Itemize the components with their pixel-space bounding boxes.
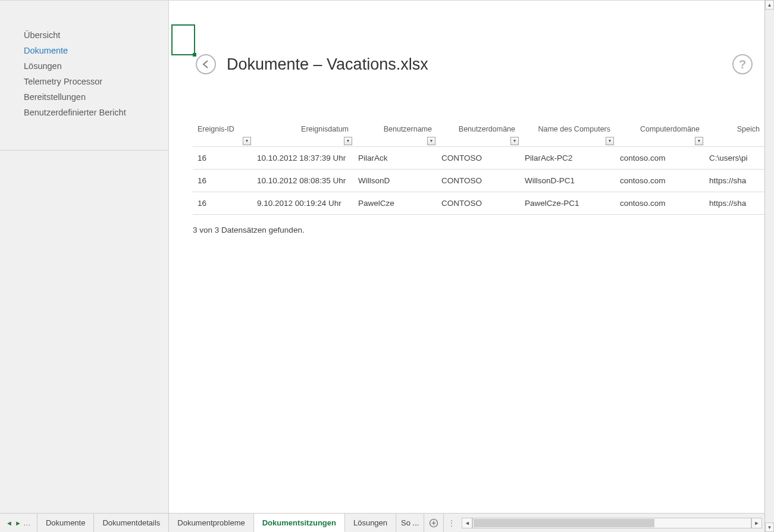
table-row[interactable]: 16 10.10.2012 08:08:35 Uhr WillsonD CONT… <box>193 170 764 192</box>
cell-event-id: 16 <box>193 147 252 170</box>
sidebar-empty-area <box>0 151 169 513</box>
scroll-up-button[interactable]: ▲ <box>765 0 774 10</box>
data-table-area: Ereignis-ID ▾ Ereignisdatum ▾ Benutzerna… <box>193 123 764 234</box>
col-label: Benutzername <box>384 125 432 133</box>
filter-button[interactable]: ▾ <box>510 137 519 145</box>
table-row[interactable]: 16 10.10.2012 18:37:39 Uhr PilarAck CONT… <box>193 147 764 170</box>
col-ereignisdatum: Ereignisdatum ▾ <box>252 123 353 147</box>
scroll-left-button[interactable]: ◄ <box>462 518 472 528</box>
tab-nav-overflow[interactable]: ... <box>24 520 31 527</box>
sheet-bar-grip[interactable]: ⋮ <box>444 514 459 532</box>
cell-user: WillsonD <box>353 170 437 192</box>
vertical-scrollbar[interactable]: ▲ ▼ <box>764 0 774 532</box>
cell-date: 9.10.2012 00:19:24 Uhr <box>252 192 353 215</box>
col-ereignis-id: Ereignis-ID ▾ <box>193 123 252 147</box>
col-label: Benutzerdomäne <box>459 125 515 133</box>
sheet-tab-dokumentprobleme[interactable]: Dokumentprobleme <box>169 514 253 532</box>
cell-domain: CONTOSO <box>437 192 520 215</box>
cell-computer: WillsonD-PC1 <box>520 170 615 192</box>
cell-computer: PilarAck-PC2 <box>520 147 615 170</box>
sidebar-item-bericht[interactable]: Benutzerdefinierter Bericht <box>24 105 168 120</box>
data-table: Ereignis-ID ▾ Ereignisdatum ▾ Benutzerna… <box>193 123 764 215</box>
cell-user: PawelCze <box>353 192 437 215</box>
col-label: Name des Computers <box>538 125 610 133</box>
filter-button[interactable]: ▾ <box>427 137 435 145</box>
cell-comp-domain: contoso.com <box>615 192 704 215</box>
record-summary: 3 von 3 Datensätzen gefunden. <box>193 226 764 234</box>
sidebar-item-bereitstellungen[interactable]: Bereitstellungen <box>24 89 168 105</box>
sheet-tab-overflow[interactable]: So ... <box>396 514 424 532</box>
cell-comp-domain: contoso.com <box>615 147 704 170</box>
add-sheet-button[interactable] <box>424 514 444 532</box>
sheet-tab-label: So <box>401 518 410 527</box>
page-title: Dokumente – Vacations.xlsx <box>227 55 428 74</box>
cell-domain: CONTOSO <box>437 147 520 170</box>
col-name-computers: Name des Computers ▾ <box>520 123 615 147</box>
cell-comp-domain: contoso.com <box>615 170 704 192</box>
cell-path: C:\users\pi <box>704 147 764 170</box>
plus-circle-icon <box>429 518 438 528</box>
back-button[interactable] <box>196 54 216 74</box>
scroll-track[interactable] <box>472 518 751 528</box>
col-speicher: Speich <box>704 123 764 147</box>
cell-computer: PawelCze-PC1 <box>520 192 615 215</box>
sheet-tab-dokumentsitzungen[interactable]: Dokumentsitzungen <box>254 514 345 532</box>
tab-nav-prev-icon[interactable]: ◄ <box>6 520 12 527</box>
cell-date: 10.10.2012 08:08:35 Uhr <box>252 170 353 192</box>
sidebar-item-telemetry[interactable]: Telemetry Processor <box>24 74 168 89</box>
sheet-tab-loesungen[interactable]: Lösungen <box>345 514 396 532</box>
cell-event-id: 16 <box>193 170 252 192</box>
scroll-right-button[interactable]: ► <box>751 518 762 528</box>
scroll-track[interactable] <box>765 10 774 522</box>
col-label: Ereignis-ID <box>198 125 234 133</box>
filter-button[interactable]: ▾ <box>606 137 614 145</box>
arrow-left-icon <box>200 59 211 70</box>
sidebar-item-uebersicht[interactable]: Übersicht <box>24 27 168 43</box>
filter-button[interactable]: ▾ <box>243 137 251 145</box>
col-benutzerdomaene: Benutzerdomäne ▾ <box>437 123 520 147</box>
scroll-thumb[interactable] <box>474 519 654 527</box>
cell-event-id: 16 <box>193 192 252 215</box>
content-area: Dokumente – Vacations.xlsx ? Ereignis-ID… <box>169 1 764 513</box>
col-label: Computerdomäne <box>640 125 700 133</box>
question-icon: ? <box>739 58 746 71</box>
sheet-tab-dokumente[interactable]: Dokumente <box>37 514 94 532</box>
sheet-tab-nav: ◄ ► ... <box>0 514 37 532</box>
tab-nav-next-icon[interactable]: ► <box>15 520 21 527</box>
col-benutzername: Benutzername ▾ <box>353 123 437 147</box>
cell-selection-indicator[interactable] <box>171 24 195 55</box>
sheet-tabs: Dokumente Dokumentdetails Dokumentproble… <box>37 514 425 532</box>
help-button[interactable]: ? <box>732 54 753 74</box>
ellipsis-icon: ... <box>413 518 419 527</box>
sidebar: Übersicht Dokumente Lösungen Telemetry P… <box>0 1 169 151</box>
cell-path: https://sha <box>704 170 764 192</box>
sheet-tab-bar: ◄ ► ... Dokumente Dokumentdetails Dokume… <box>0 513 764 532</box>
cell-date: 10.10.2012 18:37:39 Uhr <box>252 147 353 170</box>
col-label: Speich <box>737 125 760 133</box>
filter-button[interactable]: ▾ <box>695 137 703 145</box>
cell-path: https://sha <box>704 192 764 215</box>
filter-button[interactable]: ▾ <box>344 137 352 145</box>
scroll-down-button[interactable]: ▼ <box>765 522 774 532</box>
col-computerdomaene: Computerdomäne ▾ <box>615 123 704 147</box>
table-row[interactable]: 16 9.10.2012 00:19:24 Uhr PawelCze CONTO… <box>193 192 764 215</box>
sheet-tab-dokumentdetails[interactable]: Dokumentdetails <box>94 514 169 532</box>
col-label: Ereignisdatum <box>301 125 349 133</box>
cell-user: PilarAck <box>353 147 437 170</box>
horizontal-scrollbar[interactable]: ◄ ► <box>459 514 764 532</box>
sidebar-item-dokumente[interactable]: Dokumente <box>24 43 168 58</box>
sidebar-item-loesungen[interactable]: Lösungen <box>24 58 168 74</box>
cell-domain: CONTOSO <box>437 170 520 192</box>
